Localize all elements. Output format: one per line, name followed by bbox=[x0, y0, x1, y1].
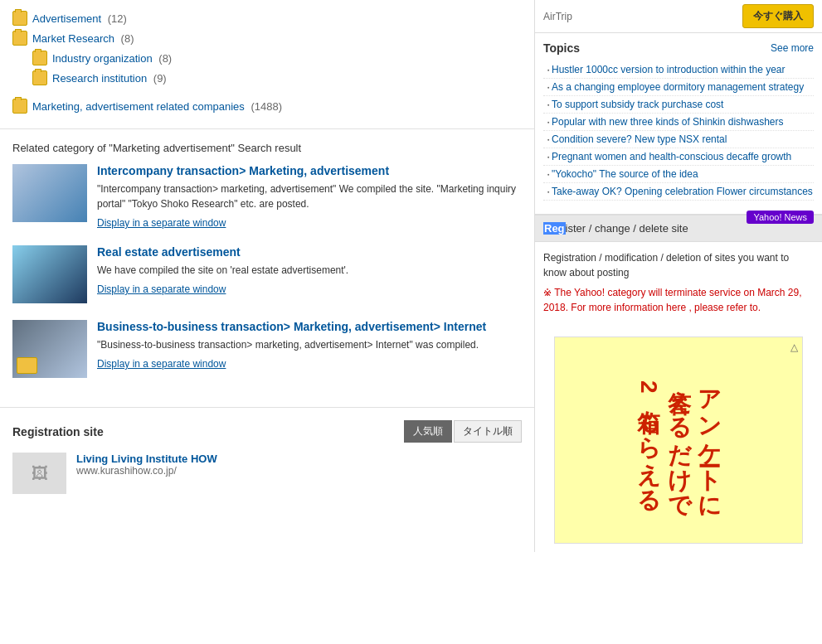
register-info-text: Registration / modification / deletion o… bbox=[543, 250, 814, 280]
topic-item-0[interactable]: Hustler 1000cc version to introduction w… bbox=[543, 61, 814, 79]
cat-link-market-research[interactable]: Market Research (8) bbox=[32, 32, 134, 45]
yahoo-news-badge: Yahoo! News bbox=[747, 211, 814, 224]
notice-symbol: ※ bbox=[543, 287, 552, 298]
image-placeholder-icon: 🖼 bbox=[32, 464, 48, 483]
topic-link-7[interactable]: Take-away OK? Opening celebration Flower… bbox=[552, 186, 813, 197]
result-thumb-intercompany bbox=[12, 164, 87, 222]
registration-section: Registration site 人気順 タイトル順 🖼 Living Liv… bbox=[0, 408, 534, 506]
related-title: Related category of "Marketing advertise… bbox=[12, 142, 522, 154]
register-info: Registration / modification / deletion o… bbox=[535, 242, 822, 328]
result-thumb-b2b bbox=[12, 320, 87, 378]
cat-link-research-inst[interactable]: Research institution (9) bbox=[52, 72, 167, 85]
result-link-intercompany[interactable]: Display in a separate window bbox=[97, 217, 226, 229]
register-link-rest: ister / change / delete site bbox=[566, 222, 688, 235]
result-desc-b2b: "Business-to-business transaction> marke… bbox=[97, 337, 522, 352]
result-content-intercompany: Intercompany transaction> Marketing, adv… bbox=[97, 164, 522, 229]
reg-section-title: Registration site bbox=[12, 425, 104, 438]
topic-item-3[interactable]: Popular with new three kinds of Shinkin … bbox=[543, 114, 814, 131]
result-title-intercompany[interactable]: Intercompany transaction> Marketing, adv… bbox=[97, 164, 522, 177]
result-desc-intercompany: "Intercompany transaction> marketing, ad… bbox=[97, 182, 522, 211]
folder-icon-marketing-related bbox=[12, 99, 27, 114]
category-section: Advertisement (12) Market Research (8) I… bbox=[0, 0, 534, 129]
ad-label: AirTrip bbox=[543, 11, 572, 22]
result-desc-real-estate: We have compiled the site on 'real estat… bbox=[97, 263, 522, 278]
result-title-real-estate[interactable]: Real estate advertisement bbox=[97, 245, 522, 259]
topics-title: Topics bbox=[543, 41, 580, 55]
folder-icon-market-research bbox=[12, 31, 27, 46]
topics-section: Topics See more Hustler 1000cc version t… bbox=[535, 33, 822, 215]
result-item-real-estate: Real estate advertisement We have compil… bbox=[12, 245, 522, 303]
reg-item-living-how: 🖼 Living Living Institute HOW www.kurash… bbox=[12, 453, 522, 494]
cat-link-marketing-related[interactable]: Marketing, advertisement related compani… bbox=[32, 100, 282, 113]
topic-item-1[interactable]: As a changing employee dormitory managem… bbox=[543, 79, 814, 96]
cat-item-advertisement[interactable]: Advertisement (12) bbox=[12, 8, 522, 28]
see-more-link[interactable]: See more bbox=[771, 42, 814, 54]
topic-item-2[interactable]: To support subsidy track purchase cost bbox=[543, 96, 814, 114]
reg-site-url: www.kurashihow.co.jp/ bbox=[76, 465, 217, 477]
related-section: Related category of "Marketing advertise… bbox=[0, 129, 534, 408]
topic-link-0[interactable]: Hustler 1000cc version to introduction w… bbox=[552, 64, 785, 75]
result-item-intercompany: Intercompany transaction> Marketing, adv… bbox=[12, 164, 522, 229]
topic-link-5[interactable]: Pregnant women and health-conscious deca… bbox=[552, 151, 791, 162]
reg-header: Registration site 人気順 タイトル順 bbox=[12, 420, 522, 443]
topic-item-6[interactable]: "Yokocho" The source of the idea bbox=[543, 166, 814, 183]
cat-link-advertisement[interactable]: Advertisement (12) bbox=[32, 12, 127, 25]
result-link-real-estate[interactable]: Display in a separate window bbox=[97, 283, 226, 295]
ad-bottom: △ アンケートに答えるだけで2箱もらえる bbox=[554, 337, 803, 544]
cat-item-research-inst[interactable]: Research institution (9) bbox=[32, 68, 522, 88]
topic-link-1[interactable]: As a changing employee dormitory managem… bbox=[552, 81, 804, 93]
topic-link-4[interactable]: Condition severe? New type NSX rental bbox=[552, 133, 727, 145]
result-item-b2b: Business-to-business transaction> Market… bbox=[12, 320, 522, 378]
cat-item-industry-org[interactable]: Industry organization (8) bbox=[32, 48, 522, 68]
cat-item-market-research[interactable]: Market Research (8) bbox=[12, 28, 522, 48]
reg-site-title[interactable]: Living Living Institute HOW bbox=[76, 453, 217, 465]
reg-content-living-how: Living Living Institute HOW www.kurashih… bbox=[76, 453, 217, 477]
topics-header: Topics See more bbox=[543, 41, 814, 55]
result-title-b2b[interactable]: Business-to-business transaction> Market… bbox=[97, 320, 522, 333]
sort-popularity-btn[interactable]: 人気順 bbox=[404, 420, 452, 443]
topic-item-7[interactable]: Take-away OK? Opening celebration Flower… bbox=[543, 183, 814, 201]
folder-icon-advertisement bbox=[12, 11, 27, 26]
topic-link-3[interactable]: Popular with new three kinds of Shinkin … bbox=[552, 116, 783, 128]
result-link-b2b[interactable]: Display in a separate window bbox=[97, 358, 226, 370]
topic-item-5[interactable]: Pregnant women and health-conscious deca… bbox=[543, 148, 814, 166]
topic-item-4[interactable]: Condition severe? New type NSX rental bbox=[543, 131, 814, 148]
sort-title-btn[interactable]: タイトル順 bbox=[454, 420, 522, 443]
result-content-b2b: Business-to-business transaction> Market… bbox=[97, 320, 522, 378]
folder-icon-industry-org bbox=[32, 51, 47, 65]
ad-top-bar: AirTrip 今すぐ購入 bbox=[535, 0, 822, 33]
register-link-highlight: Reg bbox=[543, 222, 566, 235]
cat-item-marketing-related[interactable]: Marketing, advertisement related compani… bbox=[12, 96, 522, 116]
cat-link-industry-org[interactable]: Industry organization (8) bbox=[52, 52, 172, 65]
result-thumb-real-estate bbox=[12, 245, 87, 303]
result-content-real-estate: Real estate advertisement We have compil… bbox=[97, 245, 522, 303]
notice-text: The Yahoo! category will terminate servi… bbox=[543, 287, 802, 313]
folder-icon-research-inst bbox=[32, 70, 47, 85]
topic-list: Hustler 1000cc version to introduction w… bbox=[543, 61, 814, 201]
sort-buttons: 人気順 タイトル順 bbox=[404, 420, 522, 443]
ad-corner-icon: △ bbox=[790, 341, 798, 353]
reg-thumb-living-how: 🖼 bbox=[12, 453, 66, 494]
topic-link-6[interactable]: "Yokocho" The source of the idea bbox=[552, 168, 698, 180]
ad-content-japanese: アンケートに答えるだけで2箱もらえる bbox=[633, 374, 723, 506]
yahoo-notice: ※ The Yahoo! category will terminate ser… bbox=[543, 285, 814, 315]
buy-now-button[interactable]: 今すぐ購入 bbox=[742, 4, 814, 28]
topic-link-2[interactable]: To support subsidy track purchase cost bbox=[552, 99, 723, 110]
